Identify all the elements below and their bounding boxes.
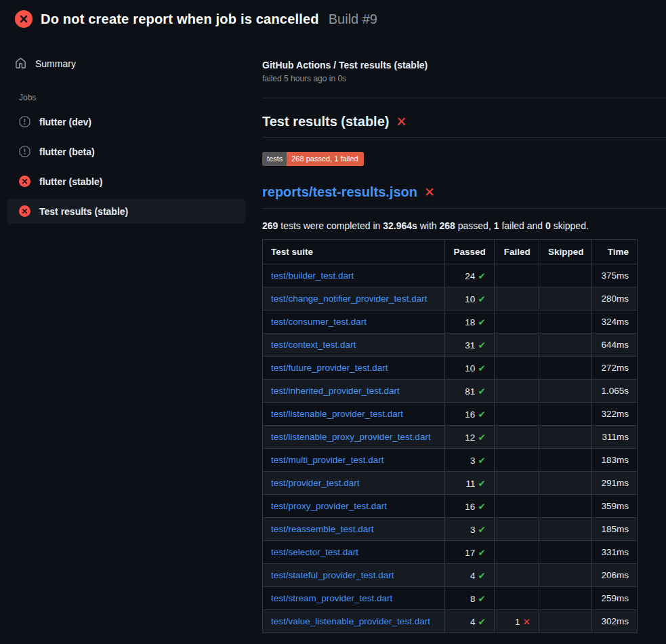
table-row: test/listenable_proxy_provider_test.dart…: [263, 426, 638, 449]
summary-text: passed,: [455, 220, 494, 231]
check-icon: ✔: [478, 340, 485, 350]
sidebar-job-item[interactable]: flutter (beta): [7, 139, 246, 164]
check-icon: ✔: [478, 409, 485, 420]
check-icon: ✔: [478, 386, 485, 397]
results-table: Test suite Passed Failed Skipped Time te…: [262, 239, 638, 633]
time-cell: 359ms: [592, 495, 638, 518]
table-row: test/inherited_provider_test.dart 81✔ ✕ …: [263, 380, 638, 403]
table-row: test/value_listenable_provider_test.dart…: [263, 610, 638, 633]
passed-cell: 24✔: [445, 264, 494, 287]
summary-line: 269 tests were completed in 32.964s with…: [262, 220, 666, 231]
failed-cell: ✕: [494, 564, 539, 587]
test-suite-link[interactable]: test/context_test.dart: [271, 340, 356, 350]
failed-cell: ✕: [494, 334, 539, 357]
test-suite-link[interactable]: test/consumer_test.dart: [271, 317, 367, 327]
skipped-cell: [539, 264, 592, 287]
passed-cell: 18✔: [445, 310, 494, 334]
sidebar-item-summary[interactable]: Summary: [7, 52, 246, 75]
sidebar-job-item[interactable]: flutter (stable): [7, 169, 246, 194]
time-cell: 302ms: [592, 610, 638, 633]
tests-badge: tests 268 passed, 1 failed: [262, 152, 364, 166]
table-row: test/proxy_provider_test.dart 16✔ ✕ 359m…: [263, 495, 638, 518]
test-suite-link[interactable]: test/value_listenable_provider_test.dart: [271, 616, 430, 626]
skipped-cell: [539, 541, 592, 564]
passed-cell: 3✔: [445, 449, 494, 472]
table-row: test/stateful_provider_test.dart 4✔ ✕ 20…: [263, 564, 638, 587]
passed-cell: 16✔: [445, 495, 494, 518]
check-icon: ✔: [478, 502, 485, 512]
test-suite-link[interactable]: test/change_notifier_provider_test.dart: [271, 294, 427, 304]
test-suite-link[interactable]: test/listenable_provider_test.dart: [271, 409, 403, 419]
cancelled-octagon-icon: [19, 146, 30, 157]
test-suite-link[interactable]: test/proxy_provider_test.dart: [271, 501, 387, 511]
table-row: test/provider_test.dart 11✔ ✕ 291ms: [263, 472, 638, 495]
summary-duration: 32.964s: [383, 220, 417, 231]
column-header-test-suite: Test suite: [263, 240, 445, 264]
time-cell: 331ms: [592, 541, 638, 564]
badge-label: tests: [262, 152, 287, 166]
sidebar-job-item[interactable]: Test results (stable): [7, 199, 246, 224]
table-row: test/builder_test.dart 24✔ ✕ 375ms: [263, 264, 638, 287]
report-file-link[interactable]: reports/test-results.json: [262, 184, 417, 200]
check-icon: ✔: [478, 525, 485, 535]
test-suite-link[interactable]: test/builder_test.dart: [271, 270, 354, 281]
table-row: test/change_notifier_provider_test.dart …: [263, 287, 638, 310]
test-suite-link[interactable]: test/selector_test.dart: [271, 547, 358, 557]
report-heading: reports/test-results.json ✕: [262, 184, 666, 209]
failed-cell: 1✕: [494, 610, 539, 633]
test-suite-link[interactable]: test/reassemble_test.dart: [271, 524, 374, 534]
passed-cell: 4✔: [445, 610, 494, 633]
table-row: test/stream_provider_test.dart 8✔ ✕ 259m…: [263, 587, 638, 610]
breadcrumb: GitHub Actions / Test results (stable): [262, 60, 666, 71]
jobs-heading: Jobs: [19, 93, 246, 102]
table-row: test/reassemble_test.dart 3✔ ✕ 185ms: [263, 518, 638, 541]
test-suite-link[interactable]: test/inherited_provider_test.dart: [271, 386, 400, 396]
test-suite-link[interactable]: test/listenable_proxy_provider_test.dart: [271, 432, 431, 442]
table-row: test/listenable_provider_test.dart 16✔ ✕…: [263, 403, 638, 426]
check-icon: ✔: [478, 548, 485, 558]
test-suite-link[interactable]: test/future_provider_test.dart: [271, 363, 388, 373]
test-suite-link[interactable]: test/stateful_provider_test.dart: [271, 570, 394, 580]
summary-skipped: 0: [545, 220, 551, 231]
test-suite-link[interactable]: test/provider_test.dart: [271, 478, 360, 488]
main-content: GitHub Actions / Test results (stable) f…: [254, 37, 666, 633]
check-icon: ✔: [478, 594, 485, 604]
skipped-cell: [539, 334, 592, 357]
test-suite-link[interactable]: test/multi_provider_test.dart: [271, 455, 384, 465]
x-icon: ✕: [523, 617, 530, 627]
failed-cell: ✕: [494, 380, 539, 403]
skipped-cell: [539, 587, 592, 610]
failed-cell: ✕: [494, 287, 539, 310]
summary-text: tests were completed in: [278, 220, 383, 231]
failed-x-circle-icon: [19, 205, 30, 217]
test-suite-link[interactable]: test/stream_provider_test.dart: [271, 593, 392, 603]
failed-cell: ✕: [494, 449, 539, 472]
skipped-cell: [539, 518, 592, 541]
failed-cell: ✕: [494, 518, 539, 541]
sidebar-job-label: flutter (dev): [39, 117, 91, 127]
column-header-passed: Passed: [445, 240, 494, 264]
failed-x-circle-icon: [19, 176, 30, 187]
column-header-skipped: Skipped: [539, 240, 592, 264]
passed-cell: 16✔: [445, 403, 494, 426]
sidebar-job-item[interactable]: flutter (dev): [7, 109, 246, 134]
summary-text: failed and: [499, 220, 546, 231]
passed-cell: 3✔: [445, 518, 494, 541]
badge-value: 268 passed, 1 failed: [287, 152, 363, 166]
time-cell: 375ms: [592, 264, 638, 287]
failed-cell: ✕: [494, 541, 539, 564]
summary-text: skipped.: [551, 220, 589, 231]
table-row: test/multi_provider_test.dart 3✔ ✕ 183ms: [263, 449, 638, 472]
time-cell: 206ms: [592, 564, 638, 587]
summary-text: with: [417, 220, 440, 231]
time-cell: 259ms: [592, 587, 638, 610]
cancelled-octagon-icon: [19, 116, 30, 127]
failed-x-circle-icon: [15, 10, 33, 28]
sidebar-job-label: flutter (stable): [39, 176, 102, 187]
summary-failed: 1: [494, 220, 499, 231]
summary-passed: 268: [440, 220, 455, 231]
skipped-cell: [539, 449, 592, 472]
home-icon: [15, 58, 26, 69]
table-row: test/selector_test.dart 17✔ ✕ 331ms: [263, 541, 638, 564]
skipped-cell: [539, 310, 592, 334]
